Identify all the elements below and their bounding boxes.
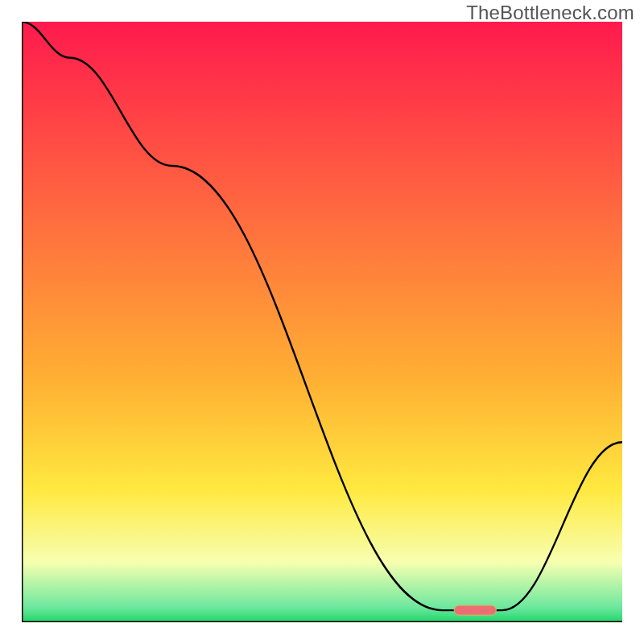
chart-svg bbox=[22, 22, 622, 622]
minimum-marker bbox=[454, 605, 496, 615]
chart-container: { "watermark": "TheBottleneck.com", "col… bbox=[0, 0, 644, 644]
gradient-background bbox=[22, 22, 622, 622]
plot-area bbox=[22, 22, 622, 622]
watermark-text: TheBottleneck.com bbox=[466, 2, 634, 24]
